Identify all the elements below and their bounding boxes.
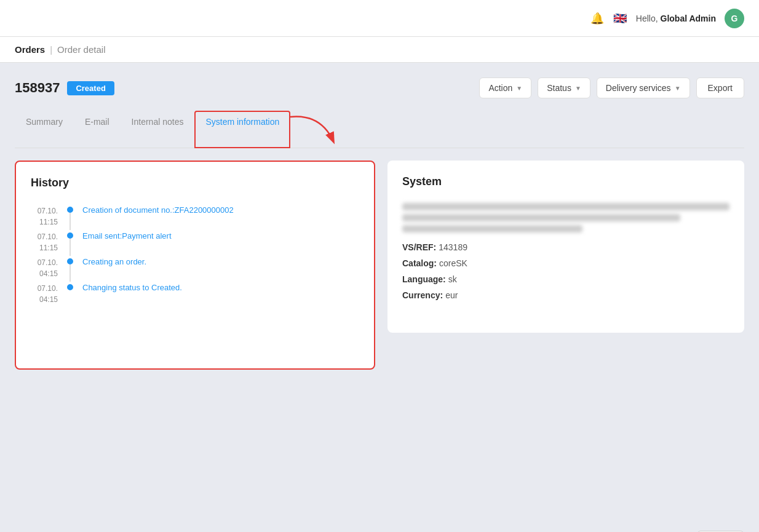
tab-system-information[interactable]: System information [194,111,290,148]
timeline-line [70,239,71,256]
language-row: Language: sk [402,274,729,284]
timeline-event: Creation of document no.:ZFA2200000002 [82,204,234,227]
timeline-dot [67,232,73,239]
user-name: Global Admin [661,14,716,23]
breadcrumb: Orders | Order detail [0,37,759,63]
chevron-down-icon: ▼ [575,85,581,92]
delivery-services-button[interactable]: Delivery services ▼ [597,77,690,98]
currency-label: Currency: [402,290,443,300]
timeline-time: 07.10.04:15 [31,282,58,305]
action-button[interactable]: Action ▼ [479,77,531,98]
tab-email[interactable]: E-mail [74,111,121,148]
blurred-line [402,214,680,221]
order-header: 158937 Created Action ▼ Status ▼ Deliver… [15,77,744,98]
timeline-line [70,264,71,282]
main-content: 158937 Created Action ▼ Status ▼ Deliver… [0,63,759,521]
timeline-event: Email sent:Payment alert [82,230,172,253]
status-label: Status [547,83,571,93]
breadcrumb-separator: | [50,44,52,55]
export-button[interactable]: Export [696,77,744,98]
bottom-bar: Back [0,521,759,532]
system-title: System [402,175,729,188]
timeline-item: 07.10.11:15 Creation of document no.:ZFA… [31,204,359,230]
order-id: 158937 [15,80,60,96]
topbar: 🔔 🇬🇧 Hello, Global Admin G [0,0,759,37]
timeline-connector [65,204,75,230]
timeline-item: 07.10.04:15 Creating an order. [31,256,359,282]
timeline-connector [65,282,75,290]
tabs: Summary E-mail Internal notes System inf… [15,111,744,148]
action-label: Action [488,83,512,93]
timeline-item: 07.10.11:15 Email sent:Payment alert [31,230,359,256]
delivery-label: Delivery services [606,83,671,93]
timeline-time: 07.10.11:15 [31,230,58,253]
timeline-dot [67,258,73,264]
vs-ref-label: VS/REF: [402,242,436,252]
language-value: sk [448,274,457,284]
annotation-arrow [284,111,346,148]
vs-ref-row: VS/REF: 143189 [402,242,729,252]
chevron-down-icon: ▼ [675,85,681,92]
header-buttons: Action ▼ Status ▼ Delivery services ▼ Ex… [479,77,744,98]
topbar-right: 🔔 🇬🇧 Hello, Global Admin G [590,9,744,28]
breadcrumb-detail: Order detail [57,44,105,55]
history-card: History 07.10.11:15 Creation of document… [15,161,375,370]
timeline-event: Creating an order. [82,256,146,279]
catalog-label: Catalog: [402,258,437,268]
tab-summary[interactable]: Summary [15,111,74,148]
timeline-event: Changing status to Created. [82,282,182,292]
bell-icon[interactable]: 🔔 [590,12,604,25]
language-label: Language: [402,274,446,284]
history-title: History [31,177,359,189]
vs-ref-value: 143189 [439,242,467,252]
blurred-line [402,225,582,232]
two-col-layout: History 07.10.11:15 Creation of document… [15,161,744,370]
user-greeting: Hello, Global Admin [636,14,716,23]
timeline-dot [67,284,73,290]
timeline-line [70,213,71,230]
currency-row: Currency: eur [402,290,729,300]
chevron-down-icon: ▼ [516,85,522,92]
tab-internal-notes[interactable]: Internal notes [121,111,195,148]
flag-icon[interactable]: 🇬🇧 [613,14,627,23]
avatar[interactable]: G [725,9,744,28]
breadcrumb-orders[interactable]: Orders [15,44,45,55]
timeline-connector [65,230,75,256]
timeline-dot [67,207,73,213]
status-badge: Created [67,81,114,95]
timeline-time: 07.10.04:15 [31,256,58,279]
currency-value: eur [445,290,458,300]
timeline-item: 07.10.04:15 Changing status to Created. [31,282,359,305]
catalog-value: coreSK [439,258,467,268]
blurred-line [402,203,729,210]
timeline-connector [65,256,75,282]
system-card: System VS/REF: 143189 Catalog: coreSK La… [387,161,744,333]
timeline: 07.10.11:15 Creation of document no.:ZFA… [31,204,359,305]
blurred-content [402,203,729,232]
catalog-row: Catalog: coreSK [402,258,729,268]
order-id-group: 158937 Created [15,80,114,96]
timeline-time: 07.10.11:15 [31,204,58,228]
status-button[interactable]: Status ▼ [538,77,590,98]
